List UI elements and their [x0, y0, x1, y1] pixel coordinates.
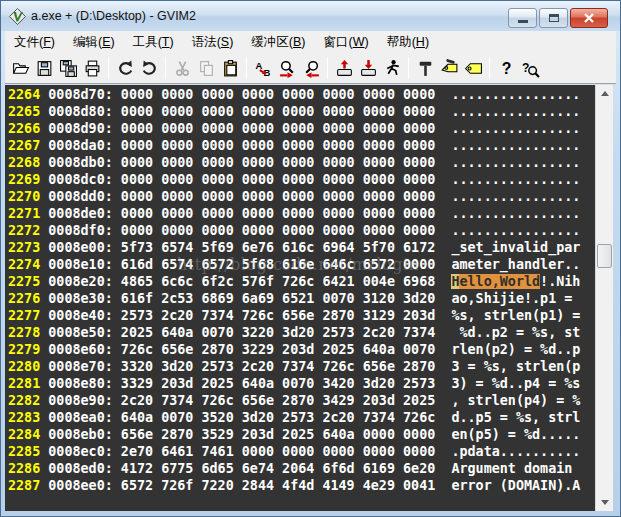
line-number: 2270: [8, 189, 40, 204]
save-icon: [35, 59, 54, 78]
copy-icon: [197, 59, 216, 78]
hex-line: 2281 0008e80: 3329 203d 2025 640a 0070 3…: [8, 375, 595, 392]
vim-app-icon[interactable]: [9, 8, 26, 25]
load-session-icon: [335, 59, 354, 78]
line-number: 2266: [8, 121, 40, 136]
line-number: 2287: [8, 478, 40, 493]
close-button[interactable]: [570, 8, 608, 28]
toolbar-copy-button[interactable]: [194, 56, 218, 80]
menu-buffers[interactable]: 缓冲区(B): [242, 32, 314, 53]
menu-syntax[interactable]: 语法(S): [183, 32, 243, 53]
toolbar-print-button[interactable]: [80, 56, 104, 80]
hex-line: 2266 0008d90: 0000 0000 0000 0000 0000 0…: [8, 120, 595, 137]
line-number: 2267: [8, 138, 40, 153]
print-icon: [83, 59, 102, 78]
toolbar-open-button[interactable]: [8, 56, 32, 80]
menu-bar: 文件(F)编辑(E)工具(T)语法(S)缓冲区(B)窗口(W)帮助(H): [5, 31, 616, 53]
toolbar-separator: [408, 57, 409, 79]
line-number: 2271: [8, 206, 40, 221]
hex-line: 2264 0008d70: 0000 0000 0000 0000 0000 0…: [8, 86, 595, 103]
menu-tools[interactable]: 工具(T): [124, 32, 183, 53]
scrollbar-thumb[interactable]: [597, 244, 612, 268]
toolbar-save-button[interactable]: [32, 56, 56, 80]
line-number: 2278: [8, 325, 40, 340]
toolbar-find-help-button[interactable]: ?: [518, 56, 542, 80]
toolbar-paste-button[interactable]: [218, 56, 242, 80]
line-number: 2264: [8, 87, 40, 102]
line-number: 2286: [8, 461, 40, 476]
toolbar-find-prev-button[interactable]: [299, 56, 323, 80]
help-icon: ?: [497, 59, 516, 78]
line-number: 2268: [8, 155, 40, 170]
find-prev-icon: [302, 59, 321, 78]
toolbar-separator: [108, 57, 109, 79]
toolbar-save-all-button[interactable]: [56, 56, 80, 80]
undo-icon: [116, 59, 135, 78]
save-session-icon: [359, 59, 378, 78]
arrow-up-icon: [601, 91, 609, 96]
toolbar-help-button[interactable]: ?: [494, 56, 518, 80]
make-icon: [416, 59, 435, 78]
svg-text:?: ?: [522, 61, 529, 75]
toolbar-find-next-button[interactable]: [275, 56, 299, 80]
hex-line: 2275 0008e20: 4865 6c6c 6f2c 576f 726c 6…: [8, 273, 595, 290]
line-number: 2276: [8, 291, 40, 306]
toolbar-separator: [327, 57, 328, 79]
hex-line: 2277 0008e40: 2573 2c20 7374 726c 656e 2…: [8, 307, 595, 324]
text-area[interactable]: 2264 0008d70: 0000 0000 0000 0000 0000 0…: [5, 85, 595, 511]
line-number: 2265: [8, 104, 40, 119]
close-icon: [583, 13, 595, 23]
menu-help[interactable]: 帮助(H): [378, 32, 438, 53]
hex-line: 2271 0008de0: 0000 0000 0000 0000 0000 0…: [8, 205, 595, 222]
toolbar-find-replace-button[interactable]: AB: [251, 56, 275, 80]
toolbar-separator: [246, 57, 247, 79]
line-number: 2272: [8, 223, 40, 238]
jump-tag-icon: [464, 59, 483, 78]
menu-file[interactable]: 文件(F): [5, 32, 64, 53]
menu-edit[interactable]: 编辑(E): [64, 32, 124, 53]
maximize-button[interactable]: [539, 8, 568, 28]
hex-line: 2278 0008e50: 2025 640a 0070 3220 3d20 2…: [8, 324, 595, 341]
build-tags-icon: [440, 59, 459, 78]
scroll-down-button[interactable]: [596, 494, 614, 511]
title-bar[interactable]: a.exe + (D:\Desktop) - GVIM2: [1, 1, 620, 31]
hex-line: 2276 0008e30: 616f 2c53 6869 6a69 6521 0…: [8, 290, 595, 307]
search-highlight: ello,World: [459, 274, 540, 289]
minimize-icon: [518, 20, 528, 23]
line-number: 2284: [8, 427, 40, 442]
status-line: search hit BOTTOM, continuing at TOP 227…: [5, 494, 595, 511]
toolbar-redo-button[interactable]: [137, 56, 161, 80]
cut-icon: [173, 59, 192, 78]
hex-line: 2272 0008df0: 0000 0000 0000 0000 0000 0…: [8, 222, 595, 239]
hex-line: 2285 0008ec0: 2e70 6461 7461 0000 0000 0…: [8, 443, 595, 460]
find-next-icon: [278, 59, 297, 78]
svg-text:A: A: [255, 59, 262, 70]
maximize-icon: [549, 14, 559, 22]
hex-line: 2267 0008da0: 0000 0000 0000 0000 0000 0…: [8, 137, 595, 154]
scroll-up-button[interactable]: [596, 85, 614, 102]
toolbar-cut-button[interactable]: [170, 56, 194, 80]
hex-line: 2265 0008d80: 0000 0000 0000 0000 0000 0…: [8, 103, 595, 120]
line-number: 2275: [8, 274, 40, 289]
hex-line: 2284 0008eb0: 656e 2870 3529 203d 2025 6…: [8, 426, 595, 443]
toolbar-run-script-button[interactable]: [380, 56, 404, 80]
toolbar: AB??: [5, 53, 616, 84]
hex-line: 2268 0008db0: 0000 0000 0000 0000 0000 0…: [8, 154, 595, 171]
line-number: 2279: [8, 342, 40, 357]
toolbar-separator: [165, 57, 166, 79]
toolbar-jump-tag-button[interactable]: [461, 56, 485, 80]
toolbar-load-session-button[interactable]: [332, 56, 356, 80]
minimize-button[interactable]: [508, 8, 537, 28]
menu-window[interactable]: 窗口(W): [315, 32, 378, 53]
vertical-scrollbar[interactable]: [595, 85, 613, 511]
find-replace-icon: AB: [254, 59, 273, 78]
toolbar-undo-button[interactable]: [113, 56, 137, 80]
window-title: a.exe + (D:\Desktop) - GVIM2: [31, 9, 196, 23]
toolbar-build-tags-button[interactable]: [437, 56, 461, 80]
find-help-icon: ?: [521, 59, 540, 78]
line-number: 2273: [8, 240, 40, 255]
toolbar-save-session-button[interactable]: [356, 56, 380, 80]
toolbar-make-button[interactable]: [413, 56, 437, 80]
line-number: 2269: [8, 172, 40, 187]
hex-line: 2273 0008e00: 5f73 6574 5f69 6e76 616c 6…: [8, 239, 595, 256]
